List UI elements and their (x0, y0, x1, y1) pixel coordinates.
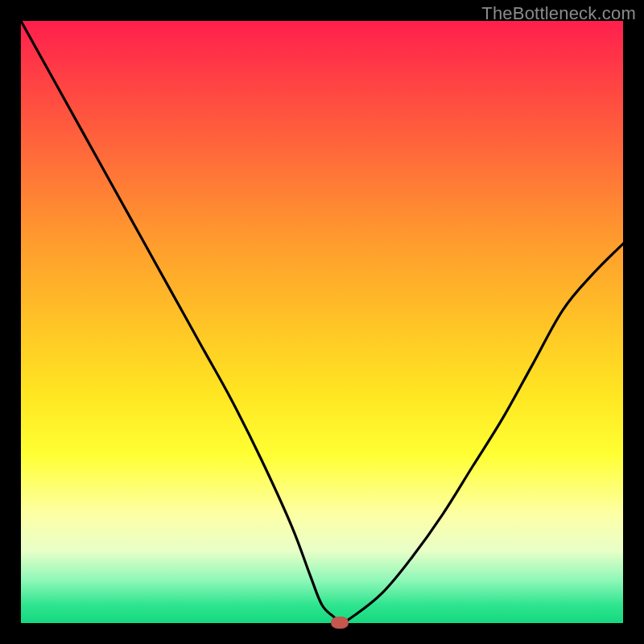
bottleneck-curve (21, 21, 623, 623)
optimal-point-marker (331, 617, 349, 629)
watermark-text: TheBottleneck.com (481, 3, 636, 24)
chart-plot-area (21, 21, 623, 623)
chart-frame: TheBottleneck.com (0, 0, 644, 644)
